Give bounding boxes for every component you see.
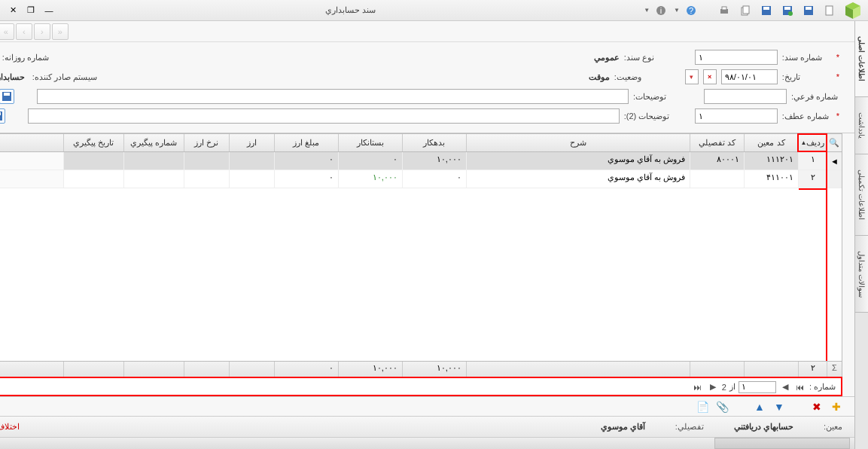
footer-diff-label: اختلاف: <box>0 422 20 431</box>
status-label: وضعيت: <box>614 72 662 82</box>
save-new-icon[interactable] <box>758 3 775 18</box>
cell-desc[interactable]: فروش به آقاي موسوي <box>466 152 690 170</box>
col-row[interactable]: رديف ▲ <box>798 134 827 151</box>
svg-text:i: i <box>660 6 662 15</box>
svg-text:?: ? <box>689 6 693 15</box>
save-icon[interactable] <box>800 3 817 18</box>
cell-rate[interactable] <box>184 170 229 188</box>
cell-mablagh[interactable]: ۰ <box>274 152 338 170</box>
move-down-icon[interactable]: ▼ <box>773 401 785 413</box>
cell-bes[interactable]: ۱۰,۰۰۰ <box>338 170 402 188</box>
cell-tafsil[interactable] <box>690 170 744 188</box>
col-spacer <box>0 134 63 151</box>
recnav-last-icon[interactable]: ⏭ <box>692 381 704 393</box>
cell-tafsil[interactable]: ۸۰۰۰۱ <box>690 152 744 170</box>
cell-row: ۲ <box>798 170 827 188</box>
grid: 🔍 رديف ▲ كد معين كد تفصيلي شرح بدهكار بس… <box>0 133 842 396</box>
restore-button[interactable]: ❐ <box>23 3 39 18</box>
side-tab-extra[interactable]: اطلاعات تکمیلی <box>855 154 868 236</box>
recnav-current-input[interactable] <box>739 381 776 393</box>
cell-moein[interactable]: ۴۱۱۰۰۱ <box>744 170 798 188</box>
cell-bed[interactable]: ۱۰,۰۰۰ <box>402 152 466 170</box>
cell-arz[interactable] <box>229 152 274 170</box>
side-tab-main[interactable]: اطلاعات اصلی <box>855 21 868 97</box>
grid-header: 🔍 رديف ▲ كد معين كد تفصيلي شرح بدهكار بس… <box>0 134 842 152</box>
col-bed[interactable]: بدهكار <box>402 134 466 151</box>
col-prdate[interactable]: تاريخ پيگيري <box>63 134 123 151</box>
desc1-input[interactable] <box>37 89 629 104</box>
note-icon[interactable]: 📄 <box>696 401 708 413</box>
col-rate[interactable]: نرخ ارز <box>184 134 229 151</box>
footer-tafsil-label: تفصيلي: <box>675 422 704 432</box>
dropdown-icon[interactable]: ▼ <box>644 7 650 14</box>
recnav-first-icon[interactable]: ⏮ <box>794 381 806 393</box>
col-desc[interactable]: شرح <box>466 134 690 151</box>
grid-body[interactable]: ◄ ۱ ۱۱۱۲۰۱ ۸۰۰۰۱ فروش به آقاي موسوي ۱۰,۰… <box>0 152 842 361</box>
cell-row: ۱ <box>798 152 827 170</box>
svg-rect-12 <box>743 6 749 14</box>
nav-prev-icon[interactable]: ‹ <box>16 23 32 40</box>
doc-no-input[interactable] <box>695 50 778 65</box>
desc2-input[interactable] <box>28 108 620 124</box>
close-button[interactable]: ✕ <box>5 3 21 18</box>
h-scrollbar[interactable] <box>0 437 854 449</box>
cell-moein[interactable]: ۱۱۱۲۰۱ <box>744 152 798 170</box>
cell-prnum[interactable] <box>123 152 184 170</box>
copy-icon[interactable] <box>737 3 754 18</box>
grid-row[interactable]: ۲ ۴۱۱۰۰۱ فروش به آقاي موسوي ۰ ۱۰,۰۰۰ ۰ <box>0 170 842 188</box>
col-tafsil[interactable]: كد تفصيلي <box>690 134 744 151</box>
delete-row-icon[interactable]: ✖ <box>811 401 823 413</box>
cell-mablagh[interactable]: ۰ <box>274 170 338 188</box>
col-prnum[interactable]: شماره پيگيري <box>123 134 184 151</box>
cell-prdate[interactable] <box>63 170 123 188</box>
ref-no-label: شماره عطف: <box>782 111 830 121</box>
grid-search-icon[interactable]: 🔍 <box>827 134 842 151</box>
recnav-prev-icon[interactable]: ◀ <box>779 381 791 393</box>
side-tab-note[interactable]: یادداشت <box>855 97 868 154</box>
cell-prdate[interactable] <box>63 152 123 170</box>
col-bes[interactable]: بستانكار <box>338 134 402 151</box>
cell-prnum[interactable] <box>123 170 184 188</box>
issuer-value: حسابداري <box>0 72 25 82</box>
grid-actions: ✚ ✖ ▼ ▲ 📎 📄 <box>0 396 854 416</box>
col-arz[interactable]: ارز <box>229 134 274 151</box>
date-input[interactable] <box>721 69 778 84</box>
new-doc-icon[interactable] <box>821 3 838 18</box>
svg-rect-25 <box>0 112 1 115</box>
col-mablagh[interactable]: مبلغ ارز <box>274 134 338 151</box>
save-as-icon[interactable] <box>779 3 796 18</box>
cell-desc[interactable]: فروش به آقاي موسوي <box>466 170 690 188</box>
date-clear-icon[interactable]: × <box>703 69 717 84</box>
col-moein[interactable]: كد معين <box>744 134 798 151</box>
move-up-icon[interactable]: ▲ <box>754 401 766 413</box>
save-desc1-icon[interactable] <box>0 89 14 104</box>
ref-no-input[interactable] <box>695 108 778 124</box>
attach-icon[interactable]: 📎 <box>716 401 728 413</box>
side-tabs: اطلاعات اصلی یادداشت اطلاعات تکمیلی سوال… <box>854 21 868 449</box>
nav-last-icon[interactable]: » <box>52 23 69 40</box>
side-tab-faq[interactable]: سوالات متداول <box>855 236 868 313</box>
issuer-label: سيستم صادر كننده: <box>32 72 97 82</box>
cell-bes[interactable]: ۰ <box>338 152 402 170</box>
footer-moein-label: معين: <box>824 422 842 432</box>
recnav-next-icon[interactable]: ▶ <box>707 381 719 393</box>
desc2-label: توضيحات (2): <box>624 111 672 121</box>
print-icon[interactable] <box>716 3 732 18</box>
cell-rate[interactable] <box>184 152 229 170</box>
recnav-of-label: از <box>729 382 736 392</box>
save-desc2-icon[interactable] <box>0 108 5 124</box>
date-picker-icon[interactable]: ▾ <box>685 69 699 84</box>
help-icon[interactable]: ? <box>683 3 699 18</box>
dropdown-icon[interactable]: ▼ <box>674 7 680 14</box>
cell-bed[interactable]: ۰ <box>402 170 466 188</box>
grid-row[interactable]: ◄ ۱ ۱۱۱۲۰۱ ۸۰۰۰۱ فروش به آقاي موسوي ۱۰,۰… <box>0 152 842 170</box>
svg-point-8 <box>788 11 793 16</box>
nav-first-icon[interactable]: « <box>0 23 14 40</box>
info-icon[interactable]: i <box>653 3 669 18</box>
cell-arz[interactable] <box>229 170 274 188</box>
desc1-label: توضيحات: <box>633 92 681 102</box>
nav-next-icon[interactable]: › <box>34 23 50 40</box>
minimize-button[interactable]: — <box>41 3 57 18</box>
sub-no-input[interactable] <box>704 89 787 104</box>
add-row-icon[interactable]: ✚ <box>830 401 842 413</box>
